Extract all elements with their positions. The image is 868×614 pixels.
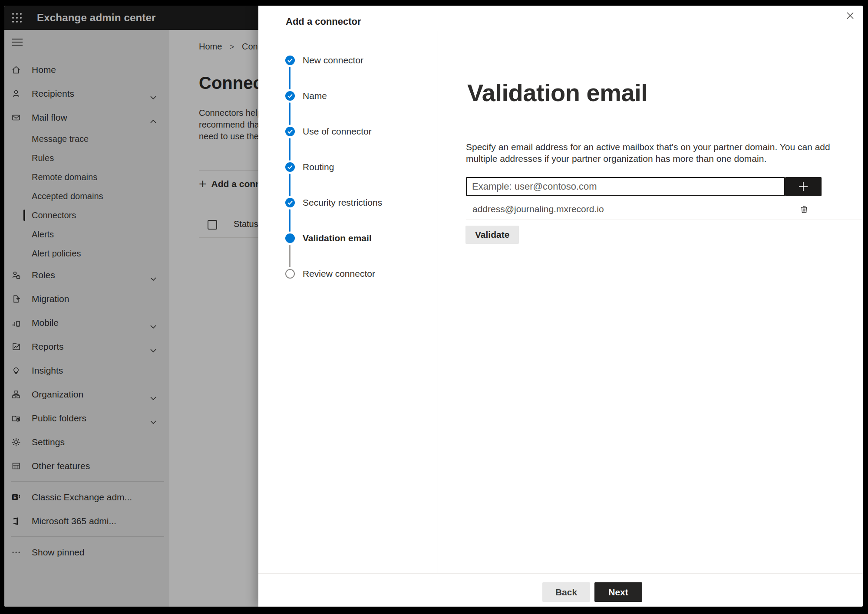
next-button[interactable]: Next xyxy=(594,582,642,602)
step-connector-line xyxy=(289,67,290,89)
step-description-line: Specify an email address for an active m… xyxy=(466,141,830,153)
divider xyxy=(438,31,438,573)
validate-button[interactable]: Validate xyxy=(465,226,519,244)
add-connector-dialog: Add a connector New connectorNameUse of … xyxy=(258,6,863,607)
wizard-step-use-of-connector[interactable]: Use of connector xyxy=(258,125,432,138)
step-connector-line xyxy=(289,102,290,125)
step-label: Review connector xyxy=(303,268,375,280)
step-complete-circle xyxy=(285,91,295,101)
step-description-line: multiple addresses if your partner organ… xyxy=(466,153,830,164)
wizard-steps: New connectorNameUse of connectorRouting… xyxy=(258,6,438,607)
step-label: Validation email xyxy=(303,232,372,244)
step-complete-circle xyxy=(285,127,295,136)
step-connector-line xyxy=(289,138,290,161)
plus-icon xyxy=(797,180,810,193)
add-address-button[interactable] xyxy=(785,177,822,196)
step-heading: Validation email xyxy=(467,79,647,107)
address-row: address@journaling.mxrecord.io xyxy=(466,198,863,220)
screen: Exchange admin center HomeRecipientsMail… xyxy=(4,6,863,607)
trash-icon xyxy=(799,204,809,214)
step-complete-circle xyxy=(285,56,295,65)
wizard-step-review-connector[interactable]: Review connector xyxy=(258,268,432,280)
address-list: address@journaling.mxrecord.io xyxy=(466,198,863,220)
step-label: New connector xyxy=(303,54,363,66)
validation-email-input[interactable] xyxy=(466,177,785,196)
wizard-step-name[interactable]: Name xyxy=(258,90,432,102)
delete-address-button[interactable] xyxy=(799,204,809,214)
wizard-step-routing[interactable]: Routing xyxy=(258,161,432,173)
step-current-circle xyxy=(285,233,295,243)
wizard-step-validation-email[interactable]: Validation email xyxy=(258,232,432,244)
divider xyxy=(258,573,863,574)
step-label: Name xyxy=(303,90,327,102)
step-connector-line xyxy=(289,209,290,232)
close-button[interactable] xyxy=(844,9,857,22)
step-description: Specify an email address for an active m… xyxy=(466,141,830,164)
back-button[interactable]: Back xyxy=(542,582,590,602)
step-complete-circle xyxy=(285,162,295,172)
step-label: Security restrictions xyxy=(303,197,382,209)
wizard-step-new-connector[interactable]: New connector xyxy=(258,54,432,66)
step-label: Use of connector xyxy=(303,125,372,138)
close-icon xyxy=(845,11,855,20)
step-label: Routing xyxy=(303,161,334,173)
wizard-step-security-restrictions[interactable]: Security restrictions xyxy=(258,197,432,209)
step-connector-line xyxy=(289,245,290,267)
step-complete-circle xyxy=(285,198,295,207)
step-upcoming-circle xyxy=(285,269,295,279)
step-connector-line xyxy=(289,174,290,196)
modal-dim-overlay xyxy=(4,6,258,607)
address-email: address@journaling.mxrecord.io xyxy=(472,204,604,214)
